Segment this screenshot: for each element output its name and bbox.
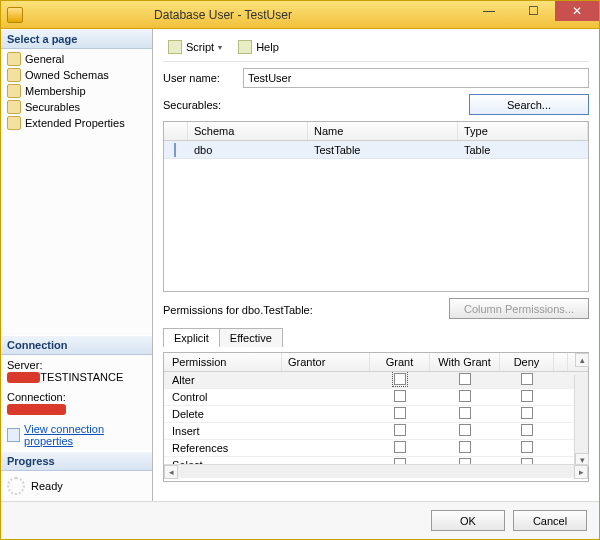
properties-icon [7,428,20,442]
maximize-button[interactable]: ☐ [511,1,555,21]
cancel-button[interactable]: Cancel [513,510,587,531]
cell-deny [500,424,554,438]
nav-membership[interactable]: Membership [3,83,150,99]
col-grantor[interactable]: Grantor [282,353,370,371]
grant-checkbox[interactable] [394,390,406,402]
minimize-button[interactable]: — [467,1,511,21]
title-bar: Database User - TestUser — ☐ ✕ [1,1,599,29]
nav-label: Securables [25,101,80,113]
col-type[interactable]: Type [458,122,588,140]
tab-explicit[interactable]: Explicit [163,328,220,347]
deny-checkbox[interactable] [521,407,533,419]
with-grant-checkbox[interactable] [459,424,471,436]
cell-with-grant [430,441,500,455]
scroll-right-icon[interactable]: ▸ [574,465,588,479]
permissions-grid-header: Permission Grantor Grant With Grant Deny [164,353,588,372]
cell-type: Table [458,143,588,157]
col-deny[interactable]: Deny [500,353,554,371]
col-schema[interactable]: Schema [188,122,308,140]
server-row: Server: XXXXTESTINSTANCE [1,355,152,387]
col-grant[interactable]: Grant [370,353,430,371]
vertical-scrollbar[interactable]: ▴ ▾ [574,375,588,467]
view-connection-properties-link[interactable]: View connection properties [24,423,146,447]
cell-grant [370,373,430,387]
cell-grant [370,441,430,455]
scroll-left-icon[interactable]: ◂ [164,465,178,479]
nav-label: Membership [25,85,86,97]
table-row[interactable]: Alter [164,372,588,389]
search-button[interactable]: Search... [469,94,589,115]
grant-checkbox[interactable] [394,407,406,419]
connection-label: Connection: [7,391,146,403]
cell-grant [370,407,430,421]
permissions-header-row: Permissions for dbo.TestTable: Column Pe… [163,298,589,319]
deny-checkbox[interactable] [521,390,533,402]
securables-grid-body: dbo TestTable Table [164,141,588,291]
chevron-down-icon: ▾ [218,43,222,52]
grant-checkbox[interactable] [394,373,406,385]
help-button[interactable]: Help [233,37,284,57]
with-grant-checkbox[interactable] [459,441,471,453]
table-row[interactable]: Select [164,457,588,464]
page-icon [7,100,21,114]
cell-permission: Insert [164,425,282,437]
deny-checkbox[interactable] [521,373,533,385]
dialog-footer: OK Cancel [1,501,599,539]
server-label: Server: [7,359,146,371]
permissions-grid-body: AlterControlDeleteInsertReferencesSelect… [164,372,588,464]
securables-grid-header: Schema Name Type [164,122,588,141]
nav-owned-schemas[interactable]: Owned Schemas [3,67,150,83]
help-label: Help [256,41,279,53]
page-icon [7,68,21,82]
script-button[interactable]: Script ▾ [163,37,227,57]
table-row[interactable]: Insert [164,423,588,440]
table-row[interactable]: Delete [164,406,588,423]
close-button[interactable]: ✕ [555,1,599,21]
table-row[interactable]: References [164,440,588,457]
cell-permission: Alter [164,374,282,386]
with-grant-checkbox[interactable] [459,373,471,385]
progress-row: Ready [1,471,152,501]
progress-status: Ready [31,480,63,492]
horizontal-scrollbar[interactable]: ◂ ▸ [164,464,588,478]
ok-button[interactable]: OK [431,510,505,531]
progress-header: Progress [1,451,152,471]
script-label: Script [186,41,214,53]
view-connection-properties[interactable]: View connection properties [1,419,152,451]
deny-checkbox[interactable] [521,441,533,453]
scroll-up-icon[interactable]: ▴ [575,353,589,367]
select-page-header: Select a page [1,29,152,49]
cell-name: TestTable [308,143,458,157]
col-name[interactable]: Name [308,122,458,140]
cell-permission: Delete [164,408,282,420]
cell-with-grant [430,390,500,404]
tab-effective[interactable]: Effective [219,328,283,347]
table-row[interactable]: Control [164,389,588,406]
permissions-grid: Permission Grantor Grant With Grant Deny… [163,352,589,482]
redacted-text: xxxxxxxxxx [7,404,66,415]
permissions-tabs: Explicit Effective [163,327,589,346]
grant-checkbox[interactable] [394,441,406,453]
nav-securables[interactable]: Securables [3,99,150,115]
nav-general[interactable]: General [3,51,150,67]
table-row[interactable]: dbo TestTable Table [164,141,588,159]
deny-checkbox[interactable] [521,424,533,436]
cell-grant [370,390,430,404]
redacted-text: XXXX [7,372,40,383]
nav-label: Owned Schemas [25,69,109,81]
securables-label: Securables: [163,99,235,111]
nav-extended-properties[interactable]: Extended Properties [3,115,150,131]
connection-header: Connection [1,335,152,355]
user-name-input[interactable] [243,68,589,88]
connection-row: Connection: xxxxxxxxxx [1,387,152,419]
grant-checkbox[interactable] [394,424,406,436]
with-grant-checkbox[interactable] [459,390,471,402]
col-with-grant[interactable]: With Grant [430,353,500,371]
col-permission[interactable]: Permission [164,353,282,371]
cell-deny [500,441,554,455]
progress-spinner-icon [7,477,25,495]
cell-permission: References [164,442,282,454]
with-grant-checkbox[interactable] [459,407,471,419]
user-name-row: User name: [163,68,589,88]
script-icon [168,40,182,54]
